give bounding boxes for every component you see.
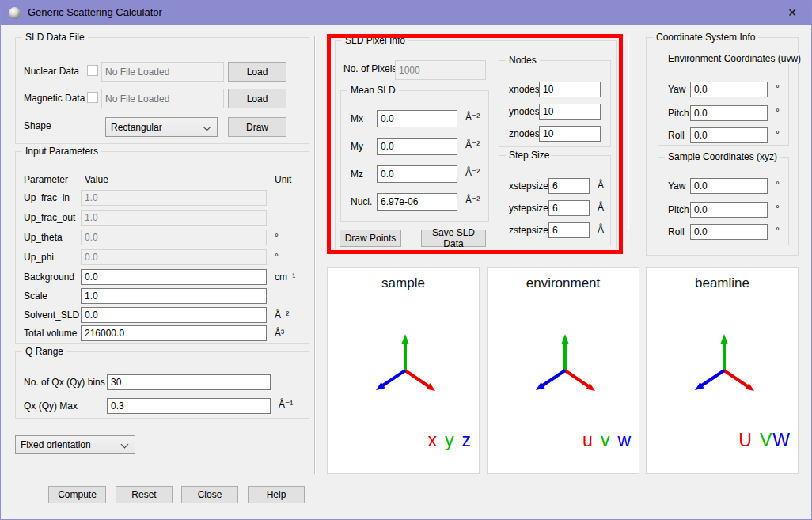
- nodes-row: ynodes: [499, 104, 610, 121]
- parameter-input[interactable]: [81, 325, 267, 341]
- close-button[interactable]: Close: [181, 486, 238, 503]
- parameter-label: Total volume: [24, 328, 77, 339]
- shape-combobox[interactable]: Rectangular: [105, 117, 218, 137]
- magnetic-data-checkbox[interactable]: [87, 92, 98, 103]
- xstepsize-input[interactable]: [548, 178, 590, 194]
- step-size-title: Step Size: [506, 150, 552, 161]
- nuclear-load-button[interactable]: Load: [228, 62, 286, 82]
- sld-data-file-group: SLD Data File Nuclear Data Load Magnetic…: [15, 37, 309, 144]
- xnodes-input[interactable]: [539, 82, 601, 97]
- column-header-unit: Unit: [275, 174, 291, 185]
- orientation-combobox[interactable]: Fixed orientation: [15, 435, 135, 454]
- q-range-title: Q Range: [22, 346, 66, 357]
- sld-pixel-info-title: SLD Pixel Info: [342, 35, 408, 46]
- sample-coordinates-title: Sample Coordinates (xyz): [665, 151, 780, 162]
- green-up-arrow-icon: [721, 334, 728, 344]
- sld-data-file-title: SLD Data File: [22, 32, 88, 43]
- draw-points-button[interactable]: Draw Points: [340, 230, 401, 247]
- plot-title: beamline: [647, 275, 798, 291]
- zstepsize-input[interactable]: [548, 222, 590, 238]
- mx-input[interactable]: [377, 110, 457, 127]
- z-axis-label: z: [462, 430, 472, 450]
- chevron-down-icon: [203, 123, 211, 131]
- v-axis-label: v: [601, 430, 610, 450]
- parameter-unit: cm⁻¹: [275, 271, 295, 283]
- parameter-row: Scale: [16, 288, 309, 306]
- mz-label: Mz: [351, 169, 363, 180]
- qx-bins-label: No. of Qx (Qy) bins: [24, 377, 105, 388]
- coordinate-system-info-group: Coordinate System Info Environment Coord…: [646, 37, 799, 256]
- w-axis-label: w: [617, 430, 631, 450]
- env-pitch-unit: °: [776, 107, 780, 118]
- mean-sld-row: Nucl. Å⁻²: [341, 193, 488, 211]
- axis-letter-labels: uvw: [582, 430, 631, 451]
- mean-sld-group: Mean SLD Mx Å⁻² My Å⁻² Mz Å⁻² Nucl. Å⁻²: [340, 90, 489, 222]
- parameter-input: [81, 210, 267, 226]
- u-axis-label: u: [582, 430, 593, 450]
- reset-button[interactable]: Reset: [116, 486, 173, 503]
- nucl-unit: Å⁻²: [465, 195, 480, 206]
- help-button[interactable]: Help: [248, 486, 305, 503]
- env-roll-input[interactable]: [690, 127, 768, 143]
- compute-button[interactable]: Compute: [48, 486, 106, 503]
- xstepsize-label: xstepsize: [509, 180, 548, 192]
- green-up-arrow-icon: [562, 334, 569, 344]
- sample-yaw-input[interactable]: [690, 178, 768, 194]
- nucl-label: Nucl.: [351, 196, 372, 207]
- mx-label: Mx: [351, 113, 363, 124]
- axes-arrows: [328, 291, 480, 450]
- magnetic-data-label: Magnetic Data: [24, 93, 85, 104]
- sample-pitch-input[interactable]: [690, 202, 768, 218]
- parameter-row: Up_frac_in: [16, 190, 309, 207]
- parameter-input[interactable]: [81, 307, 267, 323]
- my-input[interactable]: [377, 138, 457, 155]
- orientation-combobox-value: Fixed orientation: [21, 439, 91, 450]
- axes-arrows: [647, 291, 799, 450]
- qx-bins-input[interactable]: [107, 374, 271, 390]
- mz-input[interactable]: [377, 165, 457, 183]
- nodes-group: Nodes xnodes ynodes znodes: [499, 60, 611, 147]
- sample-roll-input[interactable]: [690, 224, 768, 240]
- sample-yaw-unit: °: [776, 180, 780, 191]
- input-parameters-title: Input Parameters: [22, 146, 101, 157]
- step-size-row: xstepsize Å: [499, 178, 610, 195]
- nucl-input[interactable]: [377, 193, 457, 211]
- draw-button[interactable]: Draw: [228, 117, 286, 137]
- parameter-input: [81, 190, 267, 206]
- environment-axes-plot: environment uvw: [487, 267, 639, 474]
- ynodes-input[interactable]: [539, 104, 601, 120]
- znodes-input[interactable]: [539, 126, 601, 142]
- env-yaw-input[interactable]: [690, 82, 768, 97]
- xnodes-label: xnodes: [509, 84, 540, 95]
- env-pitch-input[interactable]: [690, 105, 768, 121]
- qx-max-unit: Å⁻¹: [279, 399, 293, 410]
- mean-sld-row: My Å⁻²: [341, 138, 488, 155]
- qx-max-input[interactable]: [107, 398, 271, 414]
- x-axis-label: x: [428, 430, 438, 450]
- window-title: Generic Scattering Calculator: [28, 1, 162, 25]
- parameter-row: Up_frac_out: [16, 210, 309, 227]
- ynodes-label: ynodes: [509, 106, 540, 117]
- ystepsize-input[interactable]: [548, 200, 590, 216]
- no-of-pixels-field: [395, 60, 486, 80]
- env-yaw-unit: °: [776, 83, 780, 94]
- close-icon[interactable]: ✕: [780, 1, 805, 25]
- magnetic-load-button[interactable]: Load: [228, 89, 286, 108]
- mz-unit: Å⁻²: [465, 167, 480, 178]
- parameter-input[interactable]: [81, 288, 267, 304]
- save-sld-data-button[interactable]: Save SLD Data: [421, 230, 486, 247]
- y-axis-label: y: [445, 430, 454, 450]
- parameter-unit: °: [275, 252, 279, 263]
- nuclear-data-checkbox[interactable]: [87, 65, 98, 76]
- mean-sld-row: Mx Å⁻²: [341, 110, 488, 127]
- environment-coordinates-title: Environment Coordinates (uvw): [665, 53, 804, 64]
- parameter-row: Solvent_SLD Å⁻²: [16, 307, 309, 325]
- sample-coord-row: Pitch °: [658, 202, 788, 219]
- my-unit: Å⁻²: [465, 139, 480, 150]
- column-header-value: Value: [85, 174, 108, 185]
- parameter-input[interactable]: [81, 269, 267, 285]
- vertical-separator: [628, 37, 629, 230]
- axes-arrows: [488, 291, 640, 450]
- plot-title: sample: [328, 275, 479, 291]
- sample-pitch-label: Pitch: [668, 204, 689, 215]
